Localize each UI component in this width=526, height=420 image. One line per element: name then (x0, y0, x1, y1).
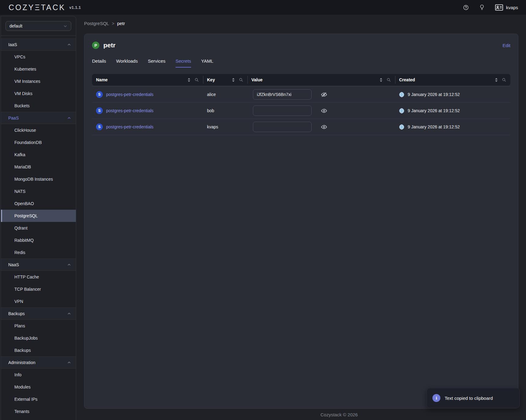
table-row: S postgres-petr-credentials bob (92, 103, 510, 119)
sidebar-section-administration[interactable]: Administration (1, 356, 76, 369)
lightbulb-icon[interactable] (479, 4, 485, 10)
search-icon[interactable] (502, 78, 506, 82)
secret-key: bob (207, 108, 214, 113)
sidebar-nav: IaaS VPCs Kubernetes VM Instances VM Dis… (1, 36, 76, 418)
help-icon[interactable] (463, 5, 469, 10)
sidebar-item-kafka[interactable]: Kafka (1, 149, 76, 161)
sidebar-item-backupjobs[interactable]: BackupJobs (1, 332, 76, 344)
sidebar-section-naas[interactable]: NaaS (1, 259, 76, 271)
sort-icon[interactable] (232, 78, 235, 82)
secret-name-link[interactable]: postgres-petr-credentials (106, 124, 154, 129)
eye-icon[interactable] (321, 108, 327, 114)
sidebar-item-vm-disks[interactable]: VM Disks (1, 87, 76, 100)
column-header-key: Key (203, 74, 247, 86)
table-row: S postgres-petr-credentials alice (92, 87, 510, 103)
tenant-select[interactable]: default (6, 21, 71, 31)
search-icon[interactable] (387, 78, 391, 82)
breadcrumb-current: petr (117, 21, 125, 26)
sidebar-item-info[interactable]: Info (1, 369, 76, 381)
app-logo[interactable]: COZYΞTACK (9, 3, 66, 12)
chevron-up-icon (67, 43, 71, 46)
breadcrumb-separator: > (112, 21, 114, 26)
chevron-up-icon (67, 116, 71, 120)
sidebar-item-tenants[interactable]: Tenants (1, 405, 76, 418)
search-icon[interactable] (194, 78, 199, 82)
column-header-created: Created (395, 74, 510, 86)
chevron-down-icon (63, 24, 67, 28)
secret-value-input[interactable] (253, 122, 312, 132)
tab-details[interactable]: Details (92, 58, 106, 68)
search-icon[interactable] (239, 78, 243, 82)
tab-workloads[interactable]: Workloads (116, 58, 138, 68)
created-timestamp: 9 January 2026 at 19:12:52 (408, 108, 460, 113)
tab-services[interactable]: Services (148, 58, 165, 68)
sidebar-item-kubernetes[interactable]: Kubernetes (1, 63, 76, 75)
toast-message: Text copied to clipboard (445, 396, 493, 401)
created-timestamp: 9 January 2026 at 19:12:52 (408, 124, 460, 129)
sidebar-item-http-cache[interactable]: HTTP Cache (1, 271, 76, 283)
secret-key: kvaps (207, 124, 218, 129)
sidebar-item-foundationdb[interactable]: FoundationDB (1, 136, 76, 149)
sort-icon[interactable] (495, 78, 498, 82)
chevron-up-icon (67, 312, 71, 315)
sidebar-item-mongodb-instances[interactable]: MongoDB Instances (1, 173, 76, 185)
tenant-selector-box: default (1, 16, 76, 36)
sidebar-item-mariadb[interactable]: MariaDB (1, 161, 76, 173)
toast-notification: i Text copied to clipboard (427, 388, 520, 408)
section-label: NaaS (8, 262, 19, 267)
sidebar-section-paas[interactable]: PaaS (1, 112, 76, 124)
tab-bar: Details Workloads Services Secrets YAML (92, 58, 510, 68)
sidebar-item-qdrant[interactable]: Qdrant (1, 222, 76, 234)
sort-icon[interactable] (380, 78, 383, 82)
footer-copyright: Cozystack © 2026 (152, 412, 526, 417)
section-label: PaaS (8, 116, 19, 120)
secret-key: alice (207, 92, 216, 97)
sidebar-item-postgresql[interactable]: PostgreSQL (1, 210, 76, 222)
resource-card: P petr Edit Details Workloads Services S… (84, 34, 518, 409)
sidebar-item-clickhouse[interactable]: ClickHouse (1, 124, 76, 136)
secret-value-input[interactable] (253, 105, 312, 116)
section-label: IaaS (8, 42, 17, 47)
chevron-up-icon (67, 263, 71, 267)
sidebar-item-buckets[interactable]: Buckets (1, 100, 76, 112)
breadcrumb-parent-link[interactable]: PostgreSQL (84, 21, 109, 26)
globe-icon (399, 92, 405, 98)
sidebar-section-iaas[interactable]: IaaS (1, 39, 76, 51)
sidebar-item-plans[interactable]: Plans (1, 320, 76, 332)
sidebar-item-external-ips[interactable]: External IPs (1, 393, 76, 405)
eye-slash-icon[interactable] (321, 91, 327, 98)
sidebar-item-tcp-balancer[interactable]: TCP Balancer (1, 283, 76, 295)
sidebar-item-nats[interactable]: NATS (1, 185, 76, 197)
sidebar-item-openbao[interactable]: OpenBAO (1, 197, 76, 210)
globe-icon (399, 108, 405, 114)
sidebar-section-backups[interactable]: Backups (1, 308, 76, 320)
secret-badge: S (96, 91, 103, 98)
secret-name-link[interactable]: postgres-petr-credentials (106, 92, 154, 97)
sidebar: default IaaS VPCs Kubernetes VM Instance… (0, 15, 76, 420)
username-label: kvaps (506, 5, 518, 10)
sidebar-item-rabbitmq[interactable]: RabbitMQ (1, 234, 76, 246)
edit-button[interactable]: Edit (502, 43, 510, 48)
user-menu[interactable]: kvaps (495, 4, 518, 11)
table-row: S postgres-petr-credentials kvaps (92, 119, 510, 135)
secret-badge: S (96, 123, 103, 130)
sidebar-item-vpn[interactable]: VPN (1, 295, 76, 308)
tab-yaml[interactable]: YAML (201, 58, 213, 68)
sidebar-item-vpcs[interactable]: VPCs (1, 51, 76, 63)
eye-icon[interactable] (321, 124, 327, 130)
tenant-select-value: default (9, 24, 22, 28)
resource-avatar: P (92, 42, 99, 49)
secret-value-input[interactable] (253, 89, 312, 100)
tab-secrets[interactable]: Secrets (176, 58, 191, 68)
sidebar-item-vm-instances[interactable]: VM Instances (1, 75, 76, 87)
sort-icon[interactable] (187, 78, 191, 82)
table-header: Name Key Value (92, 74, 510, 86)
column-header-value: Value (247, 74, 395, 86)
sidebar-item-backups[interactable]: Backups (1, 344, 76, 356)
secrets-table: Name Key Value (92, 74, 510, 135)
sidebar-item-redis[interactable]: Redis (1, 246, 76, 259)
secret-name-link[interactable]: postgres-petr-credentials (106, 108, 154, 113)
sidebar-item-modules[interactable]: Modules (1, 381, 76, 393)
user-card-icon (495, 4, 503, 11)
main-content: PostgreSQL > petr P petr Edit Details Wo… (76, 15, 526, 420)
